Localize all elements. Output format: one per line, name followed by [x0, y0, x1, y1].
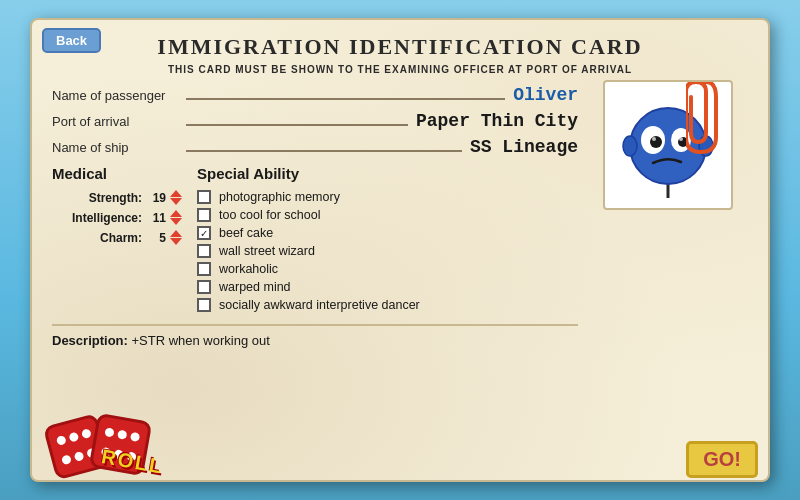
charm-up-arrow[interactable]: [170, 230, 182, 237]
die-dot: [81, 428, 92, 439]
intelligence-down-arrow[interactable]: [170, 218, 182, 225]
die-dot: [56, 435, 67, 446]
die-dot: [61, 454, 72, 465]
card-title: IMMIGRATION IDENTIFICATION CARD: [52, 34, 748, 60]
passenger-line: [186, 98, 505, 100]
ability-label-socially-awkward: socially awkward interpretive dancer: [219, 298, 420, 312]
intelligence-row: Intelligence: 11: [52, 210, 182, 225]
back-button[interactable]: Back: [42, 28, 101, 53]
card-left: Name of passenger Oliver Port of arrival…: [52, 85, 578, 350]
immigration-card: IMMIGRATION IDENTIFICATION CARD THIS CAR…: [30, 18, 770, 482]
ability-workaholic: workaholic: [197, 262, 578, 276]
roll-dice-button[interactable]: ROLL: [38, 417, 148, 472]
ship-line: [186, 150, 462, 152]
charm-label: Charm:: [100, 231, 142, 245]
ability-label-photographic-memory: photographic memory: [219, 190, 340, 204]
intelligence-arrows[interactable]: [170, 210, 182, 225]
ability-socially-awkward: socially awkward interpretive dancer: [197, 298, 578, 312]
strength-label: Strength:: [89, 191, 142, 205]
strength-value: 19: [146, 191, 166, 205]
go-button[interactable]: GO!: [686, 441, 758, 478]
strength-down-arrow[interactable]: [170, 198, 182, 205]
card-right: [588, 85, 748, 350]
intelligence-value: 11: [146, 211, 166, 225]
dice-1: ROLL: [89, 413, 153, 477]
ability-warped-mind: warped mind: [197, 280, 578, 294]
ability-too-cool: too cool for school: [197, 208, 578, 222]
ability-photographic-memory: photographic memory: [197, 190, 578, 204]
medical-title: Medical: [52, 165, 182, 182]
description-label: Description:: [52, 333, 128, 348]
description-bar: Description: +STR when working out: [52, 324, 578, 350]
charm-row: Charm: 5: [52, 230, 182, 245]
die-dot: [104, 427, 114, 437]
ability-label-wall-street: wall street wizard: [219, 244, 315, 258]
ship-value: SS Lineage: [470, 137, 578, 157]
checkbox-wall-street[interactable]: [197, 244, 211, 258]
intelligence-up-arrow[interactable]: [170, 210, 182, 217]
ship-label: Name of ship: [52, 140, 182, 155]
checkbox-beef-cake[interactable]: [197, 226, 211, 240]
intelligence-label: Intelligence:: [72, 211, 142, 225]
charm-down-arrow[interactable]: [170, 238, 182, 245]
arrival-row: Port of arrival Paper Thin City: [52, 111, 578, 131]
medical-section: Medical Strength: 19 Intelligence: 11: [52, 165, 182, 316]
card-body: Name of passenger Oliver Port of arrival…: [52, 85, 748, 350]
ship-row: Name of ship SS Lineage: [52, 137, 578, 157]
description-text: Description: +STR when working out: [52, 333, 270, 348]
passenger-label: Name of passenger: [52, 88, 182, 103]
paperclip-icon: [686, 80, 726, 157]
die-dot: [130, 431, 140, 441]
checkbox-socially-awkward[interactable]: [197, 298, 211, 312]
checkbox-warped-mind[interactable]: [197, 280, 211, 294]
charm-value: 5: [146, 231, 166, 245]
svg-point-4: [650, 136, 662, 148]
ability-wall-street: wall street wizard: [197, 244, 578, 258]
ability-label-beef-cake: beef cake: [219, 226, 273, 240]
checkbox-too-cool[interactable]: [197, 208, 211, 222]
svg-point-6: [652, 137, 656, 141]
die-dot: [117, 429, 127, 439]
card-subtitle: THIS CARD MUST BE SHOWN TO THE EXAMINING…: [52, 64, 748, 75]
arrival-value: Paper Thin City: [416, 111, 578, 131]
ability-label-warped-mind: warped mind: [219, 280, 291, 294]
special-section: Special Ability photographic memory too …: [197, 165, 578, 316]
ability-label-too-cool: too cool for school: [219, 208, 320, 222]
arrival-label: Port of arrival: [52, 114, 182, 129]
special-title: Special Ability: [197, 165, 578, 182]
arrival-line: [186, 124, 408, 126]
svg-point-7: [679, 137, 683, 141]
passenger-row: Name of passenger Oliver: [52, 85, 578, 105]
svg-point-8: [623, 136, 637, 156]
character-portrait: [603, 80, 733, 210]
die-dot: [68, 431, 79, 442]
die-dot: [74, 451, 85, 462]
strength-arrows[interactable]: [170, 190, 182, 205]
passenger-value: Oliver: [513, 85, 578, 105]
ability-beef-cake: beef cake: [197, 226, 578, 240]
strength-up-arrow[interactable]: [170, 190, 182, 197]
checkbox-workaholic[interactable]: [197, 262, 211, 276]
ability-label-workaholic: workaholic: [219, 262, 278, 276]
checkbox-photographic-memory[interactable]: [197, 190, 211, 204]
sections: Medical Strength: 19 Intelligence: 11: [52, 165, 578, 316]
strength-row: Strength: 19: [52, 190, 182, 205]
charm-arrows[interactable]: [170, 230, 182, 245]
description-value: +STR when working out: [131, 333, 269, 348]
